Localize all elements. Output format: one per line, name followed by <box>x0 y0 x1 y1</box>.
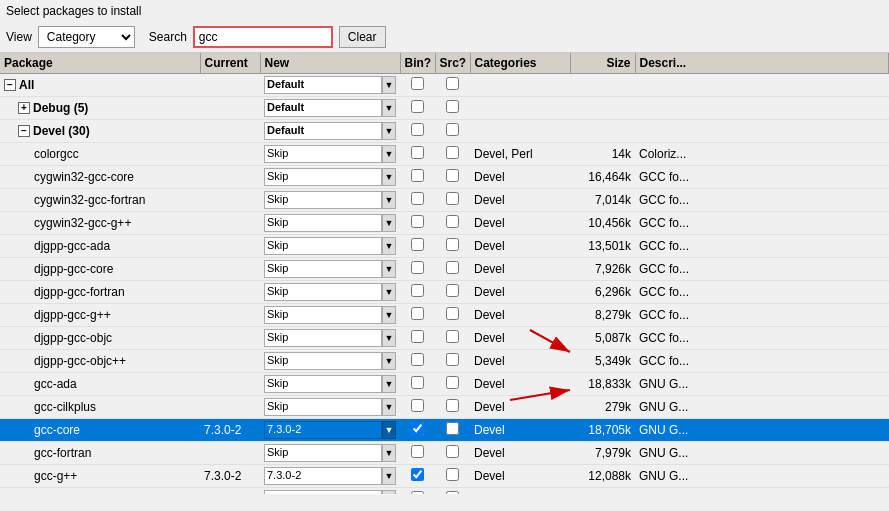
dropdown-arrow-icon[interactable]: ▼ <box>382 306 396 324</box>
src-checkbox[interactable] <box>446 445 459 458</box>
src-checkbox[interactable] <box>446 353 459 366</box>
bin-checkbox[interactable] <box>411 100 424 113</box>
col-header-categories[interactable]: Categories <box>470 53 570 74</box>
view-select[interactable]: Category Full Partial Up to Date Not ins… <box>38 26 135 48</box>
bin-checkbox-cell[interactable] <box>400 120 435 143</box>
src-checkbox-cell[interactable] <box>435 465 470 488</box>
src-checkbox[interactable] <box>446 77 459 90</box>
dropdown-arrow-icon[interactable]: ▼ <box>382 191 396 209</box>
bin-checkbox[interactable] <box>411 353 424 366</box>
expand-icon[interactable]: + <box>18 102 30 114</box>
new-version-cell[interactable]: Skip▼ <box>260 327 400 350</box>
new-version-cell[interactable]: Default▼ <box>260 74 400 97</box>
bin-checkbox[interactable] <box>411 422 424 435</box>
bin-checkbox-cell[interactable] <box>400 419 435 442</box>
table-row[interactable]: djgpp-gcc-g++Skip▼Devel8,279kGCC fo... <box>0 304 889 327</box>
src-checkbox-cell[interactable] <box>435 419 470 442</box>
bin-checkbox-cell[interactable] <box>400 235 435 258</box>
src-checkbox-cell[interactable] <box>435 120 470 143</box>
bin-checkbox[interactable] <box>411 284 424 297</box>
table-row[interactable]: djgpp-gcc-coreSkip▼Devel7,926kGCC fo... <box>0 258 889 281</box>
src-checkbox-cell[interactable] <box>435 143 470 166</box>
bin-checkbox[interactable] <box>411 376 424 389</box>
src-checkbox[interactable] <box>446 238 459 251</box>
src-checkbox[interactable] <box>446 468 459 481</box>
table-row[interactable]: colorgccSkip▼Devel, Perl14kColoriz... <box>0 143 889 166</box>
src-checkbox[interactable] <box>446 146 459 159</box>
new-version-cell[interactable]: Skip▼ <box>260 189 400 212</box>
dropdown-arrow-icon[interactable]: ▼ <box>382 352 396 370</box>
src-checkbox-cell[interactable] <box>435 189 470 212</box>
new-version-cell[interactable]: 7.3.0-2▼ <box>260 419 400 442</box>
src-checkbox-cell[interactable] <box>435 281 470 304</box>
bin-checkbox[interactable] <box>411 261 424 274</box>
bin-checkbox-cell[interactable] <box>400 304 435 327</box>
bin-checkbox-cell[interactable] <box>400 212 435 235</box>
bin-checkbox[interactable] <box>411 146 424 159</box>
col-header-bin[interactable]: Bin? <box>400 53 435 74</box>
bin-checkbox[interactable] <box>411 399 424 412</box>
dropdown-arrow-icon[interactable]: ▼ <box>382 467 396 485</box>
src-checkbox[interactable] <box>446 100 459 113</box>
bin-checkbox-cell[interactable] <box>400 97 435 120</box>
dropdown-arrow-icon[interactable]: ▼ <box>382 214 396 232</box>
dropdown-arrow-icon[interactable]: ▼ <box>382 490 396 494</box>
table-row[interactable]: gcc-cilkplusSkip▼Devel279kGNU G... <box>0 396 889 419</box>
new-version-cell[interactable]: Skip▼ <box>260 258 400 281</box>
src-checkbox-cell[interactable] <box>435 442 470 465</box>
src-checkbox[interactable] <box>446 399 459 412</box>
bin-checkbox[interactable] <box>411 123 424 136</box>
table-row[interactable]: djgpp-gcc-adaSkip▼Devel13,501kGCC fo... <box>0 235 889 258</box>
new-version-cell[interactable]: Skip▼ <box>260 373 400 396</box>
new-version-cell[interactable]: Default▼ <box>260 120 400 143</box>
table-row[interactable]: gcc-objcSkip▼Devel6,055kGNU G... <box>0 488 889 495</box>
table-row[interactable]: gcc-core7.3.0-27.3.0-2▼Devel18,705kGNU G… <box>0 419 889 442</box>
bin-checkbox[interactable] <box>411 307 424 320</box>
src-checkbox-cell[interactable] <box>435 97 470 120</box>
col-header-new[interactable]: New <box>260 53 400 74</box>
col-header-size[interactable]: Size <box>570 53 635 74</box>
expand-icon[interactable]: − <box>18 125 30 137</box>
bin-checkbox[interactable] <box>411 215 424 228</box>
bin-checkbox-cell[interactable] <box>400 488 435 495</box>
search-input[interactable] <box>193 26 333 48</box>
bin-checkbox-cell[interactable] <box>400 281 435 304</box>
col-header-current[interactable]: Current <box>200 53 260 74</box>
src-checkbox[interactable] <box>446 330 459 343</box>
bin-checkbox-cell[interactable] <box>400 166 435 189</box>
bin-checkbox-cell[interactable] <box>400 396 435 419</box>
expand-icon[interactable]: − <box>4 79 16 91</box>
src-checkbox-cell[interactable] <box>435 212 470 235</box>
src-checkbox[interactable] <box>446 284 459 297</box>
table-row[interactable]: gcc-adaSkip▼Devel18,833kGNU G... <box>0 373 889 396</box>
src-checkbox[interactable] <box>446 307 459 320</box>
bin-checkbox-cell[interactable] <box>400 350 435 373</box>
col-header-package[interactable]: Package <box>0 53 200 74</box>
dropdown-arrow-icon[interactable]: ▼ <box>382 260 396 278</box>
table-row[interactable]: gcc-fortranSkip▼Devel7,979kGNU G... <box>0 442 889 465</box>
bin-checkbox[interactable] <box>411 238 424 251</box>
src-checkbox-cell[interactable] <box>435 235 470 258</box>
dropdown-arrow-icon[interactable]: ▼ <box>382 444 396 462</box>
col-header-desc[interactable]: Descri... <box>635 53 889 74</box>
bin-checkbox[interactable] <box>411 330 424 343</box>
new-version-cell[interactable]: Skip▼ <box>260 350 400 373</box>
new-version-cell[interactable]: Skip▼ <box>260 396 400 419</box>
dropdown-arrow-icon[interactable]: ▼ <box>382 283 396 301</box>
table-row[interactable]: cygwin32-gcc-g++Skip▼Devel10,456kGCC fo.… <box>0 212 889 235</box>
src-checkbox-cell[interactable] <box>435 166 470 189</box>
src-checkbox-cell[interactable] <box>435 488 470 495</box>
table-row[interactable]: +Debug (5)Default▼ <box>0 97 889 120</box>
table-row[interactable]: djgpp-gcc-objcSkip▼Devel5,087kGCC fo... <box>0 327 889 350</box>
new-version-cell[interactable]: 7.3.0-2▼ <box>260 465 400 488</box>
bin-checkbox-cell[interactable] <box>400 373 435 396</box>
dropdown-arrow-icon[interactable]: ▼ <box>382 168 396 186</box>
dropdown-arrow-icon[interactable]: ▼ <box>382 145 396 163</box>
new-version-cell[interactable]: Skip▼ <box>260 212 400 235</box>
new-version-cell[interactable]: Skip▼ <box>260 442 400 465</box>
src-checkbox[interactable] <box>446 376 459 389</box>
bin-checkbox[interactable] <box>411 192 424 205</box>
bin-checkbox[interactable] <box>411 445 424 458</box>
dropdown-arrow-icon[interactable]: ▼ <box>382 237 396 255</box>
col-header-src[interactable]: Src? <box>435 53 470 74</box>
